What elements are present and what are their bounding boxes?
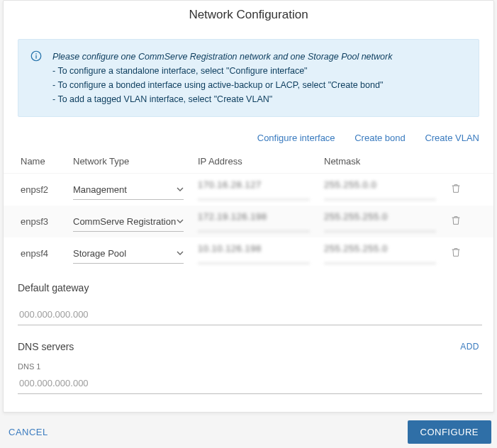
- ip-address-field[interactable]: 170.16.28.127: [198, 179, 310, 200]
- dialog-footer: CANCEL CONFIGURE: [0, 415, 497, 448]
- network-type-value: Storage Pool: [73, 248, 126, 259]
- interfaces-table: Name Network Type IP Address Netmask enp…: [18, 153, 479, 269]
- info-line-2: - To configure a bonded interface using …: [52, 78, 392, 92]
- col-name: Name: [18, 156, 73, 167]
- interface-name: enpsf2: [18, 184, 73, 195]
- ip-address-field[interactable]: 172.19.126.198: [198, 211, 310, 232]
- default-gateway-label: Default gateway: [18, 282, 479, 293]
- info-text: Please configure one CommServe Registrat…: [52, 50, 392, 106]
- create-bond-link[interactable]: Create bond: [354, 133, 406, 143]
- network-config-card: Network Configuration Please configure o…: [3, 0, 494, 413]
- delete-row-button[interactable]: [450, 250, 462, 260]
- network-type-value: Management: [73, 184, 127, 195]
- delete-row-button[interactable]: [450, 186, 462, 196]
- delete-row-button[interactable]: [450, 218, 462, 228]
- interface-name: enpsf3: [18, 216, 73, 227]
- col-type: Network Type: [73, 156, 198, 167]
- table-row: enpsf2 Management 170.16.28.127 255.255.…: [4, 174, 493, 206]
- info-line-3: - To add a tagged VLAN interface, select…: [52, 92, 392, 106]
- svg-point-1: [35, 53, 37, 55]
- cancel-button[interactable]: CANCEL: [6, 422, 51, 442]
- table-row: enpsf4 Storage Pool 10.10.126.198 255.25…: [18, 237, 479, 269]
- info-line-1: - To configure a standalone interface, s…: [52, 64, 392, 78]
- configure-button[interactable]: CONFIGURE: [408, 420, 492, 444]
- netmask-field[interactable]: 255.255.0.0: [324, 179, 436, 200]
- add-dns-button[interactable]: ADD: [460, 342, 479, 352]
- chevron-down-icon: [177, 184, 184, 195]
- default-gateway-input[interactable]: [18, 303, 482, 325]
- svg-rect-2: [35, 55, 36, 59]
- network-type-select[interactable]: Storage Pool: [73, 243, 184, 264]
- netmask-field[interactable]: 255.255.255.0: [324, 211, 436, 232]
- page-title: Network Configuration: [4, 1, 493, 26]
- col-ip: IP Address: [198, 156, 324, 167]
- network-type-select[interactable]: CommServe Registration: [73, 211, 184, 232]
- info-icon: [30, 50, 43, 65]
- configure-interface-link[interactable]: Configure interface: [257, 133, 335, 143]
- info-banner: Please configure one CommServe Registrat…: [18, 39, 479, 117]
- chevron-down-icon: [177, 216, 184, 227]
- create-vlan-link[interactable]: Create VLAN: [425, 133, 479, 143]
- dns-1-input[interactable]: [18, 372, 482, 394]
- netmask-field[interactable]: 255.255.255.0: [324, 243, 436, 264]
- info-lead: Please configure one CommServe Registrat…: [52, 50, 392, 64]
- col-mask: Netmask: [324, 156, 445, 167]
- table-header: Name Network Type IP Address Netmask: [18, 153, 479, 174]
- ip-address-field[interactable]: 10.10.126.198: [198, 243, 310, 264]
- chevron-down-icon: [177, 248, 184, 259]
- actions-row: Configure interface Create bond Create V…: [18, 117, 479, 153]
- interface-name: enpsf4: [18, 248, 73, 259]
- table-row: enpsf3 CommServe Registration 172.19.126…: [4, 206, 493, 237]
- dns-1-label: DNS 1: [18, 362, 479, 371]
- network-type-select[interactable]: Management: [73, 179, 184, 200]
- dns-servers-label: DNS servers: [18, 341, 74, 352]
- network-type-value: CommServe Registration: [73, 216, 176, 227]
